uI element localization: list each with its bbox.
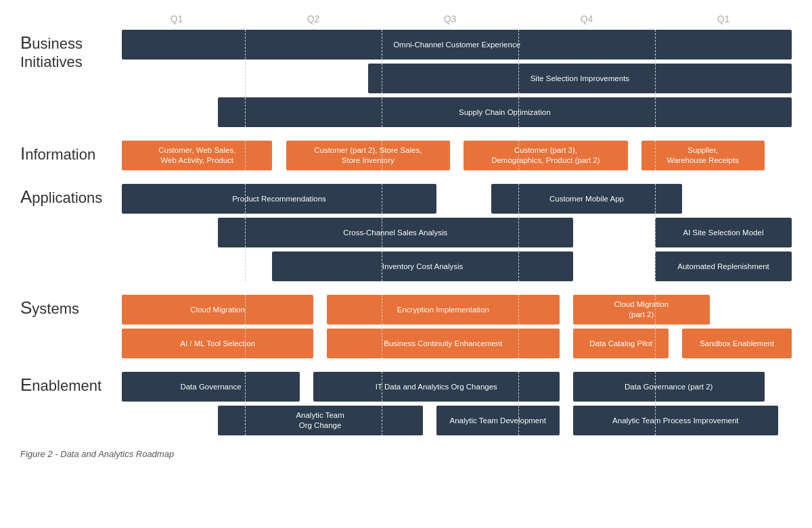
timeline-bar: Customer (part 2), Store Sales,Store Inv… [286, 141, 450, 170]
bar-row: Supply Chain Optimization [108, 97, 792, 127]
section-label-systems: Systems [20, 295, 108, 318]
roadmap-chart: Q1Q2Q3Q4Q1 Business InitiativesOmni-Chan… [20, 14, 792, 459]
bar-row: Analytic TeamOrg ChangeAnalytic Team Dev… [108, 406, 792, 435]
bar-row: Cross-Channel Sales AnalysisAI Site Sele… [108, 218, 792, 247]
rows-wrapper-information: Customer, Web Sales,Web Activity, Produc… [108, 141, 792, 170]
timeline-bar: AI Site Selection Model [655, 218, 792, 247]
section-label-business: Business Initiatives [20, 30, 108, 71]
timeline-bar: Data Governance (part 2) [573, 372, 765, 402]
section-systems: SystemsCloud MigrationEncryption Impleme… [20, 295, 792, 358]
timeline-bar: Product Recommendations [122, 184, 436, 214]
timeline-bar: Analytic Team Development [436, 406, 560, 435]
section-label-applications: Applications [20, 184, 108, 208]
quarter-label: Q2 [245, 14, 382, 24]
chart-caption: Figure 2 - Data and Analytics Roadmap [20, 449, 792, 459]
timeline-bar: Omni-Channel Customer Experience [122, 30, 792, 59]
timeline-bar: Supplier,Warehouse Receipts [641, 141, 765, 170]
rows-area-enablement: Data GovernanceIT Data and Analytics Org… [108, 372, 792, 435]
timeline-bar: AI / ML Tool Selection [122, 329, 313, 358]
timeline-bar: Inventory Cost Analysis [272, 251, 572, 281]
section-applications: ApplicationsProduct RecommendationsCusto… [20, 184, 792, 281]
timeline-bar: Business Continuity Enhancement [327, 329, 559, 358]
timeline-bar: Customer (part 3),Demographics, Product … [464, 141, 627, 170]
bar-row: Data GovernanceIT Data and Analytics Org… [108, 372, 792, 402]
timeline-bar: Analytic Team Process Improvement [573, 406, 778, 435]
timeline-bar: Cloud Migration(part 2) [573, 295, 710, 325]
timeline-bar: Sandbox Enablement [682, 329, 792, 358]
timeline-bar: Encryption Implementation [327, 295, 559, 325]
rows-area-information: Customer, Web Sales,Web Activity, Produc… [108, 141, 792, 170]
timeline-bar: Customer, Web Sales,Web Activity, Produc… [122, 141, 272, 170]
timeline-bar: Site Selection Improvements [368, 64, 792, 93]
quarter-label: Q1 [108, 14, 245, 24]
bar-row: Cloud MigrationEncryption Implementation… [108, 295, 792, 325]
rows-area-systems: Cloud MigrationEncryption Implementation… [108, 295, 792, 358]
rows-area-business: Omni-Channel Customer ExperienceSite Sel… [108, 30, 792, 127]
timeline-bar: Data Governance [122, 372, 300, 402]
timeline-bar: Cloud Migration [122, 295, 313, 325]
rows-wrapper-enablement: Data GovernanceIT Data and Analytics Org… [108, 372, 792, 435]
timeline-bar: Cross-Channel Sales Analysis [218, 218, 573, 247]
bar-row: Inventory Cost AnalysisAutomated Repleni… [108, 251, 792, 281]
timeline-bar: IT Data and Analytics Org Changes [313, 372, 560, 402]
rows-wrapper-business: Omni-Channel Customer ExperienceSite Sel… [108, 30, 792, 127]
section-label-information: Information [20, 141, 108, 164]
quarter-headers: Q1Q2Q3Q4Q1 [108, 14, 792, 24]
rows-area-applications: Product RecommendationsCustomer Mobile A… [108, 184, 792, 281]
rows-wrapper-applications: Product RecommendationsCustomer Mobile A… [108, 184, 792, 281]
section-information: InformationCustomer, Web Sales,Web Activ… [20, 141, 792, 170]
bar-row: Customer, Web Sales,Web Activity, Produc… [108, 141, 792, 170]
timeline-bar: Automated Replenishment [655, 251, 792, 281]
section-enablement: EnablementData GovernanceIT Data and Ana… [20, 372, 792, 435]
section-business: Business InitiativesOmni-Channel Custome… [20, 30, 792, 127]
quarter-label: Q4 [518, 14, 655, 24]
bar-row: Product RecommendationsCustomer Mobile A… [108, 184, 792, 214]
quarter-label: Q1 [655, 14, 792, 24]
bar-row: Site Selection Improvements [108, 64, 792, 93]
bar-row: AI / ML Tool SelectionBusiness Continuit… [108, 329, 792, 358]
rows-wrapper-systems: Cloud MigrationEncryption Implementation… [108, 295, 792, 358]
timeline-bar: Customer Mobile App [491, 184, 683, 214]
timeline-bar: Data Catalog Pilot [573, 329, 669, 358]
timeline-bar: Supply Chain Optimization [218, 97, 792, 127]
quarter-label: Q3 [382, 14, 518, 24]
bar-row: Omni-Channel Customer Experience [108, 30, 792, 59]
section-label-enablement: Enablement [20, 372, 108, 395]
timeline-bar: Analytic TeamOrg Change [218, 406, 423, 435]
